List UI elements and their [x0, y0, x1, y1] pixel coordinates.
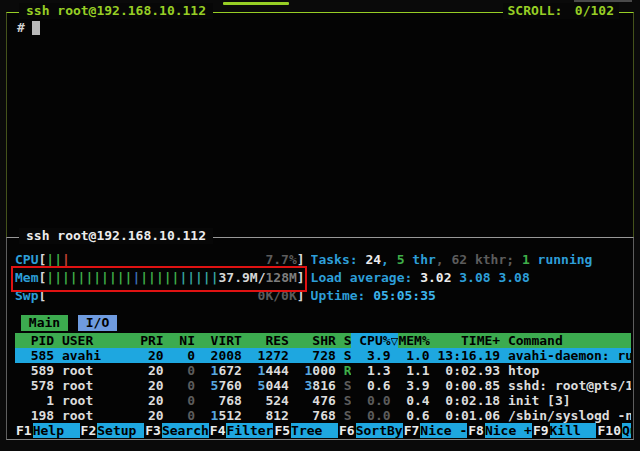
scroll-value: 0/102 — [575, 3, 614, 18]
fkey-f7[interactable]: F7Nice - — [403, 423, 468, 438]
cell-s: R — [336, 363, 352, 378]
cell-arrow — [391, 363, 399, 378]
number-prefix: 1 — [211, 408, 219, 423]
fkey-label: F6 — [338, 423, 356, 438]
cell-command: /sbin/syslogd -n — [500, 408, 631, 423]
load-average-line: Load average: 3.02 3.08 3.08 — [311, 269, 631, 287]
swp-meter-text: 0K/0K — [258, 287, 297, 305]
process-row[interactable]: 589root200167214441000R1.31.10:02.93htop — [15, 363, 631, 378]
process-row[interactable]: 198root2001512812768S0.00.60:01.06/sbin/… — [15, 408, 631, 423]
mem-meter: Mem[||||||||||||||||||||||37.9M/128M] — [15, 269, 305, 287]
cell-ni: 0 — [164, 393, 195, 408]
cell-arrow — [391, 378, 399, 393]
text-run: 5 — [397, 252, 405, 267]
fkey-f8[interactable]: F8Nice + — [467, 423, 532, 438]
cell-cpu: 3.9 — [351, 348, 390, 363]
fkey-label: F5 — [273, 423, 291, 438]
cell-virt: 1672 — [195, 363, 242, 378]
fkey-label: F2 — [80, 423, 98, 438]
cell-virt: 1512 — [195, 408, 242, 423]
header-command[interactable]: Command — [500, 333, 631, 348]
cell-user: avahi — [54, 348, 132, 363]
cell-command: htop — [500, 363, 631, 378]
number-prefix: 1 — [258, 348, 266, 363]
fkey-action-label: Nice + — [485, 423, 532, 438]
header-mem[interactable]: MEM% — [398, 333, 429, 348]
header-shr[interactable]: SHR — [289, 333, 336, 348]
cell-mem: 0.6 — [398, 408, 429, 423]
cell-shr: 1000 — [289, 363, 336, 378]
cpu-meter-text: 7.7% — [265, 251, 296, 269]
text-run: thr — [405, 252, 436, 267]
cell-arrow — [391, 393, 399, 408]
header-virt[interactable]: VIRT — [195, 333, 242, 348]
fkey-f10[interactable]: F10Quit — [596, 423, 631, 438]
cell-s: S — [336, 393, 352, 408]
header-time[interactable]: TIME+ — [430, 333, 500, 348]
cell-mem: 0.4 — [398, 393, 429, 408]
cell-mem: 3.9 — [398, 378, 429, 393]
fkey-label: F8 — [467, 423, 485, 438]
fkey-label: F4 — [209, 423, 227, 438]
header-cpu[interactable]: CPU% — [351, 333, 390, 348]
header-sort-indicator[interactable]: ▽ — [391, 333, 399, 348]
fkey-f3[interactable]: F3Search — [144, 423, 209, 438]
fkey-action-label: Search — [162, 423, 209, 438]
cell-virt: 2008 — [195, 348, 242, 363]
shell-pane: ssh root@192.168.10.112 SCROLL:0/102 # — [6, 12, 634, 238]
text-run: Load average: — [311, 270, 421, 285]
htop-tabs: MainI/O — [15, 315, 631, 331]
terminal-cursor — [32, 21, 40, 35]
process-row[interactable]: 578root200576050443816S0.63.90:00.85sshd… — [15, 378, 631, 393]
cell-res: 812 — [242, 408, 289, 423]
cell-pri: 20 — [132, 393, 163, 408]
cell-pri: 20 — [132, 363, 163, 378]
text-run: 1 — [522, 252, 530, 267]
cell-time: 0:00.85 — [430, 378, 500, 393]
fkey-label: F9 — [532, 423, 550, 438]
process-row[interactable]: 1root200768524476S0.00.40:02.18init [3] — [15, 393, 631, 408]
cell-mem: 1.0 — [398, 348, 429, 363]
header-s[interactable]: S — [336, 333, 352, 348]
fkey-label: F10 — [596, 423, 621, 438]
cell-shr: 728 — [289, 348, 336, 363]
fkey-f5[interactable]: F5Tree — [273, 423, 338, 438]
mem-meter-text: 37.9M/128M — [219, 269, 297, 287]
fkey-action-label: Nice - — [420, 423, 467, 438]
fkey-action-label: Help — [33, 423, 80, 438]
fkey-f2[interactable]: F2Setup — [80, 423, 145, 438]
cell-shr: 476 — [289, 393, 336, 408]
header-user[interactable]: USER — [54, 333, 132, 348]
text-run: , 62 kthr; — [436, 252, 522, 267]
htop-content: CPU[|||7.7%] Mem[||||||||||||||||||||||3… — [7, 238, 633, 439]
shell-pane-title: ssh root@192.168.10.112 — [19, 3, 213, 19]
cell-res: 1272 — [242, 348, 289, 363]
fkey-action-label: Tree — [291, 423, 338, 438]
header-pri[interactable]: PRI — [132, 333, 163, 348]
process-row[interactable]: 585avahi20020081272728S3.91.013:16.19ava… — [15, 348, 631, 363]
mem-meter-body: ||||||||||||||||||||||37.9M/128M — [46, 269, 296, 287]
cell-arrow — [391, 408, 399, 423]
tasks-line: Tasks: 24, 5 thr, 62 kthr; 1 running — [311, 251, 631, 269]
tab-main[interactable]: Main — [21, 315, 68, 331]
fkey-f1[interactable]: F1Help — [15, 423, 80, 438]
cell-shr: 3816 — [289, 378, 336, 393]
fkey-f9[interactable]: F9Kill — [532, 423, 597, 438]
header-pid[interactable]: PID — [15, 333, 54, 348]
scroll-indicator: SCROLL:0/102 — [503, 3, 619, 19]
fkey-f6[interactable]: F6SortBy — [338, 423, 403, 438]
cell-pid: 589 — [15, 363, 54, 378]
cpu-meter: CPU[|||7.7%] — [15, 251, 305, 269]
cell-cpu: 1.3 — [351, 363, 390, 378]
header-ni[interactable]: NI — [164, 333, 195, 348]
fkey-f4[interactable]: F4Filter — [209, 423, 274, 438]
fkey-action-label: Setup — [97, 423, 144, 438]
cell-cpu: 0.0 — [351, 408, 390, 423]
number-prefix: 1 — [258, 363, 266, 378]
tab-io[interactable]: I/O — [78, 315, 117, 331]
header-res[interactable]: RES — [242, 333, 289, 348]
cell-res: 524 — [242, 393, 289, 408]
cell-ni: 0 — [164, 348, 195, 363]
cell-command: sshd: root@pts/1 — [500, 378, 631, 393]
cpu-meter-bars: ||| — [46, 251, 69, 269]
